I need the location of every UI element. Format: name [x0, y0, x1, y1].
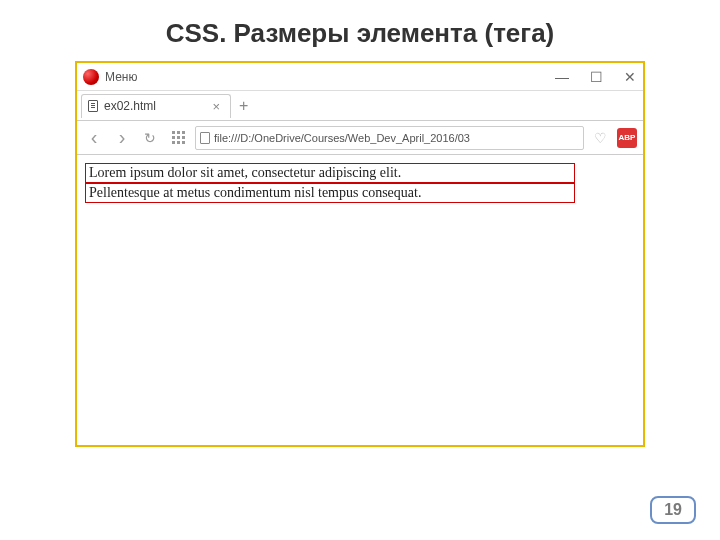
- maximize-button[interactable]: ☐: [589, 69, 603, 85]
- tab-active[interactable]: ex02.html ×: [81, 94, 231, 118]
- minimize-button[interactable]: —: [555, 69, 569, 85]
- page-number-badge: 19: [650, 496, 696, 524]
- browser-window: Меню — ☐ ✕ ex02.html × + ‹ › ↻ file:///D…: [75, 61, 645, 447]
- opera-logo-icon: [83, 69, 99, 85]
- tab-close-icon[interactable]: ×: [212, 99, 220, 114]
- abp-extension-icon[interactable]: ABP: [617, 128, 637, 148]
- document-icon: [200, 132, 210, 144]
- reload-button[interactable]: ↻: [139, 127, 161, 149]
- forward-button[interactable]: ›: [111, 127, 133, 149]
- address-bar[interactable]: file:///D:/OneDrive/Courses/Web_Dev_Apri…: [195, 126, 584, 150]
- bookmark-heart-icon[interactable]: ♡: [590, 130, 611, 146]
- bordered-box-2: Pellentesque at metus condimentum nisl t…: [85, 183, 575, 203]
- window-controls: — ☐ ✕: [555, 69, 637, 85]
- new-tab-button[interactable]: +: [239, 97, 248, 115]
- file-icon: [88, 100, 98, 112]
- page-viewport: Lorem ipsum dolor sit amet, consectetur …: [77, 155, 643, 445]
- tab-title: ex02.html: [104, 99, 156, 113]
- slide-title: CSS. Размеры элемента (тега): [0, 0, 720, 61]
- menu-button[interactable]: Меню: [105, 70, 137, 84]
- speed-dial-button[interactable]: [167, 127, 189, 149]
- url-text: file:///D:/OneDrive/Courses/Web_Dev_Apri…: [214, 132, 470, 144]
- nav-bar: ‹ › ↻ file:///D:/OneDrive/Courses/Web_De…: [77, 121, 643, 155]
- back-button[interactable]: ‹: [83, 127, 105, 149]
- close-button[interactable]: ✕: [623, 69, 637, 85]
- tab-strip: ex02.html × +: [77, 91, 643, 121]
- speed-dial-icon: [172, 131, 185, 144]
- bordered-box-1: Lorem ipsum dolor sit amet, consectetur …: [85, 163, 575, 183]
- title-bar: Меню — ☐ ✕: [77, 63, 643, 91]
